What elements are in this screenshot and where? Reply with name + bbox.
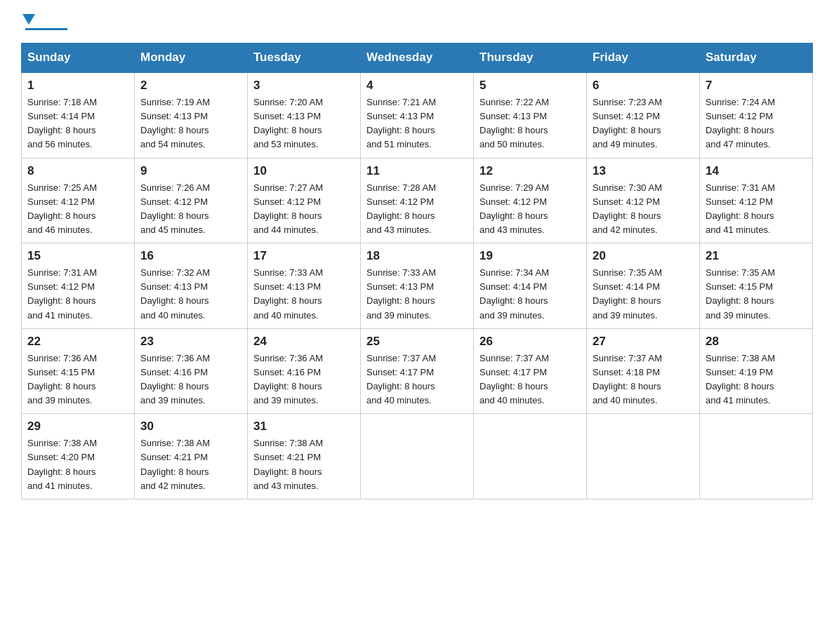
sun-info: Sunrise: 7:35 AM Sunset: 4:14 PM Dayligh… (593, 266, 694, 323)
sun-info: Sunrise: 7:38 AM Sunset: 4:20 PM Dayligh… (27, 436, 128, 493)
calendar-day: 24 Sunrise: 7:36 AM Sunset: 4:16 PM Dayl… (248, 328, 361, 414)
calendar-day: 17 Sunrise: 7:33 AM Sunset: 4:13 PM Dayl… (248, 243, 361, 329)
calendar-day: 9 Sunrise: 7:26 AM Sunset: 4:12 PM Dayli… (135, 158, 248, 243)
calendar-day: 10 Sunrise: 7:27 AM Sunset: 4:12 PM Dayl… (248, 158, 361, 243)
calendar-day: 3 Sunrise: 7:20 AM Sunset: 4:13 PM Dayli… (248, 72, 361, 158)
day-number: 9 (140, 164, 241, 178)
calendar-day: 22 Sunrise: 7:36 AM Sunset: 4:15 PM Dayl… (22, 328, 135, 414)
day-number: 14 (706, 164, 807, 178)
day-number: 22 (27, 335, 128, 349)
day-number: 16 (140, 249, 241, 263)
calendar-day: 31 Sunrise: 7:38 AM Sunset: 4:21 PM Dayl… (248, 414, 361, 499)
day-number: 20 (593, 249, 694, 263)
col-thursday: Thursday (474, 43, 587, 73)
sun-info: Sunrise: 7:36 AM Sunset: 4:16 PM Dayligh… (253, 351, 355, 408)
calendar-week-2: 8 Sunrise: 7:25 AM Sunset: 4:12 PM Dayli… (22, 158, 813, 243)
sun-info: Sunrise: 7:31 AM Sunset: 4:12 PM Dayligh… (706, 181, 807, 238)
sun-info: Sunrise: 7:30 AM Sunset: 4:12 PM Dayligh… (593, 181, 694, 238)
calendar-day: 7 Sunrise: 7:24 AM Sunset: 4:12 PM Dayli… (700, 72, 813, 158)
sun-info: Sunrise: 7:31 AM Sunset: 4:12 PM Dayligh… (27, 266, 128, 323)
calendar-day: 13 Sunrise: 7:30 AM Sunset: 4:12 PM Dayl… (587, 158, 700, 243)
sun-info: Sunrise: 7:25 AM Sunset: 4:12 PM Dayligh… (27, 181, 128, 238)
col-tuesday: Tuesday (248, 43, 361, 73)
header-row: Sunday Monday Tuesday Wednesday Thursday… (22, 43, 813, 73)
calendar-day: 4 Sunrise: 7:21 AM Sunset: 4:13 PM Dayli… (361, 72, 474, 158)
sun-info: Sunrise: 7:37 AM Sunset: 4:17 PM Dayligh… (366, 351, 468, 408)
sun-info: Sunrise: 7:28 AM Sunset: 4:12 PM Dayligh… (366, 181, 468, 238)
day-number: 2 (140, 79, 241, 93)
sun-info: Sunrise: 7:38 AM Sunset: 4:21 PM Dayligh… (140, 436, 241, 493)
sun-info: Sunrise: 7:29 AM Sunset: 4:12 PM Dayligh… (479, 181, 581, 238)
sun-info: Sunrise: 7:24 AM Sunset: 4:12 PM Dayligh… (706, 95, 807, 152)
day-number: 24 (253, 335, 355, 349)
day-number: 13 (593, 164, 694, 178)
day-number: 25 (366, 335, 468, 349)
calendar-day: 5 Sunrise: 7:22 AM Sunset: 4:13 PM Dayli… (474, 72, 587, 158)
sun-info: Sunrise: 7:23 AM Sunset: 4:12 PM Dayligh… (593, 95, 694, 152)
sun-info: Sunrise: 7:18 AM Sunset: 4:14 PM Dayligh… (27, 95, 128, 152)
logo (21, 14, 67, 30)
calendar-day: 27 Sunrise: 7:37 AM Sunset: 4:18 PM Dayl… (587, 328, 700, 414)
col-monday: Monday (135, 43, 248, 73)
calendar-day (587, 414, 700, 499)
sun-info: Sunrise: 7:34 AM Sunset: 4:14 PM Dayligh… (479, 266, 581, 323)
sun-info: Sunrise: 7:33 AM Sunset: 4:13 PM Dayligh… (366, 266, 468, 323)
col-sunday: Sunday (22, 43, 135, 73)
col-saturday: Saturday (700, 43, 813, 73)
day-number: 15 (27, 249, 128, 263)
sun-info: Sunrise: 7:26 AM Sunset: 4:12 PM Dayligh… (140, 181, 241, 238)
sun-info: Sunrise: 7:33 AM Sunset: 4:13 PM Dayligh… (253, 266, 355, 323)
day-number: 29 (27, 420, 128, 434)
day-number: 28 (706, 335, 807, 349)
day-number: 7 (706, 79, 807, 93)
calendar-day: 23 Sunrise: 7:36 AM Sunset: 4:16 PM Dayl… (135, 328, 248, 414)
calendar-day: 30 Sunrise: 7:38 AM Sunset: 4:21 PM Dayl… (135, 414, 248, 499)
sun-info: Sunrise: 7:21 AM Sunset: 4:13 PM Dayligh… (366, 95, 468, 152)
calendar-day: 15 Sunrise: 7:31 AM Sunset: 4:12 PM Dayl… (22, 243, 135, 329)
calendar-week-4: 22 Sunrise: 7:36 AM Sunset: 4:15 PM Dayl… (22, 328, 813, 414)
calendar-day: 20 Sunrise: 7:35 AM Sunset: 4:14 PM Dayl… (587, 243, 700, 329)
calendar-table: Sunday Monday Tuesday Wednesday Thursday… (21, 43, 813, 499)
calendar-day: 25 Sunrise: 7:37 AM Sunset: 4:17 PM Dayl… (361, 328, 474, 414)
day-number: 21 (706, 249, 807, 263)
day-number: 1 (27, 79, 128, 93)
svg-marker-0 (22, 14, 35, 25)
calendar-week-1: 1 Sunrise: 7:18 AM Sunset: 4:14 PM Dayli… (22, 72, 813, 158)
day-number: 6 (593, 79, 694, 93)
calendar-day: 19 Sunrise: 7:34 AM Sunset: 4:14 PM Dayl… (474, 243, 587, 329)
calendar-day: 1 Sunrise: 7:18 AM Sunset: 4:14 PM Dayli… (22, 72, 135, 158)
calendar-day: 21 Sunrise: 7:35 AM Sunset: 4:15 PM Dayl… (700, 243, 813, 329)
sun-info: Sunrise: 7:22 AM Sunset: 4:13 PM Dayligh… (479, 95, 581, 152)
day-number: 19 (479, 249, 581, 263)
logo-triangle-icon (22, 14, 35, 27)
calendar-day: 8 Sunrise: 7:25 AM Sunset: 4:12 PM Dayli… (22, 158, 135, 243)
calendar-week-5: 29 Sunrise: 7:38 AM Sunset: 4:20 PM Dayl… (22, 414, 813, 499)
day-number: 31 (253, 420, 355, 434)
calendar-day: 28 Sunrise: 7:38 AM Sunset: 4:19 PM Dayl… (700, 328, 813, 414)
calendar-day: 29 Sunrise: 7:38 AM Sunset: 4:20 PM Dayl… (22, 414, 135, 499)
calendar-day: 6 Sunrise: 7:23 AM Sunset: 4:12 PM Dayli… (587, 72, 700, 158)
sun-info: Sunrise: 7:36 AM Sunset: 4:16 PM Dayligh… (140, 351, 241, 408)
col-wednesday: Wednesday (361, 43, 474, 73)
day-number: 26 (479, 335, 581, 349)
calendar-day: 18 Sunrise: 7:33 AM Sunset: 4:13 PM Dayl… (361, 243, 474, 329)
day-number: 12 (479, 164, 581, 178)
sun-info: Sunrise: 7:36 AM Sunset: 4:15 PM Dayligh… (27, 351, 128, 408)
sun-info: Sunrise: 7:19 AM Sunset: 4:13 PM Dayligh… (140, 95, 241, 152)
sun-info: Sunrise: 7:35 AM Sunset: 4:15 PM Dayligh… (706, 266, 807, 323)
sun-info: Sunrise: 7:38 AM Sunset: 4:21 PM Dayligh… (253, 436, 355, 493)
day-number: 8 (27, 164, 128, 178)
sun-info: Sunrise: 7:27 AM Sunset: 4:12 PM Dayligh… (253, 181, 355, 238)
day-number: 3 (253, 79, 355, 93)
day-number: 27 (593, 335, 694, 349)
day-number: 5 (479, 79, 581, 93)
calendar-day (700, 414, 813, 499)
sun-info: Sunrise: 7:38 AM Sunset: 4:19 PM Dayligh… (706, 351, 807, 408)
calendar-day (474, 414, 587, 499)
calendar-day: 14 Sunrise: 7:31 AM Sunset: 4:12 PM Dayl… (700, 158, 813, 243)
calendar-week-3: 15 Sunrise: 7:31 AM Sunset: 4:12 PM Dayl… (22, 243, 813, 329)
day-number: 4 (366, 79, 468, 93)
calendar-day: 16 Sunrise: 7:32 AM Sunset: 4:13 PM Dayl… (135, 243, 248, 329)
page-header (21, 14, 813, 30)
sun-info: Sunrise: 7:32 AM Sunset: 4:13 PM Dayligh… (140, 266, 241, 323)
